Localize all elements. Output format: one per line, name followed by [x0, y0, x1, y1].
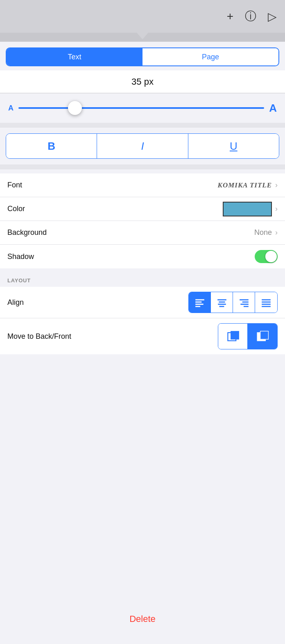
move-front-icon	[255, 329, 270, 344]
move-buttons	[218, 323, 278, 349]
panel-indicator	[0, 33, 285, 42]
info-icon[interactable]: ⓘ	[245, 9, 256, 24]
svg-rect-13	[262, 302, 271, 303]
bold-button[interactable]: B	[6, 134, 97, 158]
main-panel: Text Page 35 px A A B I U F	[0, 42, 285, 644]
svg-rect-15	[262, 306, 271, 307]
segment-control: Text Page	[6, 47, 279, 66]
svg-rect-5	[219, 302, 225, 303]
font-chevron-icon: ›	[275, 181, 278, 189]
svg-rect-0	[195, 299, 204, 300]
shadow-row: Shadow	[0, 245, 285, 268]
divider-2	[0, 164, 285, 169]
format-buttons-row: B I U	[0, 128, 285, 164]
underline-button[interactable]: U	[188, 134, 279, 158]
align-buttons	[188, 292, 278, 313]
svg-rect-1	[195, 302, 201, 303]
font-value: KOMIKA TITLE ›	[218, 181, 278, 189]
add-icon[interactable]: +	[227, 10, 233, 23]
color-value: ›	[223, 202, 278, 216]
align-left-icon	[195, 297, 205, 308]
color-row[interactable]: Color ›	[0, 197, 285, 221]
bottom-section: Delete	[0, 354, 285, 644]
align-center-button[interactable]	[211, 292, 233, 313]
toggle-knob	[265, 251, 277, 262]
svg-rect-17	[231, 331, 239, 339]
align-justify-icon	[261, 297, 271, 308]
color-chevron-icon: ›	[275, 205, 278, 213]
align-center-icon	[217, 297, 227, 308]
font-size-slider[interactable]	[18, 107, 264, 109]
font-row[interactable]: Font KOMIKA TITLE ›	[0, 173, 285, 197]
svg-rect-7	[219, 306, 224, 307]
background-label: Background	[7, 228, 47, 237]
top-toolbar: + ⓘ ▷	[0, 0, 285, 33]
color-label: Color	[7, 205, 25, 213]
font-size-display: 35 px	[0, 70, 285, 93]
move-back-icon	[226, 329, 240, 344]
layout-header: LAYOUT	[0, 273, 285, 287]
svg-rect-19	[260, 331, 269, 339]
font-size-slider-row: A A	[0, 93, 285, 123]
layout-section: LAYOUT Align	[0, 273, 285, 354]
slider-a-small: A	[8, 104, 14, 113]
play-icon[interactable]: ▷	[268, 10, 277, 23]
background-row[interactable]: Background None ›	[0, 221, 285, 245]
font-label: Font	[7, 181, 22, 189]
align-right-button[interactable]	[233, 292, 255, 313]
shadow-label: Shadow	[7, 252, 34, 261]
settings-section: Font KOMIKA TITLE › Color › Background N…	[0, 173, 285, 268]
align-left-button[interactable]	[189, 292, 211, 313]
background-value: None ›	[254, 228, 278, 237]
italic-button[interactable]: I	[97, 134, 188, 158]
panel-triangle	[137, 33, 148, 39]
align-label: Align	[7, 298, 81, 307]
svg-rect-6	[218, 304, 226, 305]
move-label: Move to Back/Front	[7, 332, 81, 341]
background-chevron-icon: ›	[275, 228, 278, 237]
svg-rect-3	[195, 306, 200, 307]
move-row: Move to Back/Front	[0, 318, 285, 354]
svg-rect-2	[195, 304, 204, 305]
svg-rect-4	[217, 299, 226, 300]
slider-a-large: A	[269, 102, 277, 115]
delete-button[interactable]: Delete	[0, 606, 285, 632]
slider-thumb[interactable]	[68, 101, 82, 115]
background-text: None	[254, 228, 272, 237]
move-back-button[interactable]	[218, 324, 248, 349]
svg-rect-8	[240, 299, 249, 300]
svg-rect-9	[242, 302, 248, 303]
svg-rect-14	[262, 304, 271, 305]
move-front-button[interactable]	[248, 324, 277, 349]
align-justify-button[interactable]	[255, 292, 277, 313]
color-swatch[interactable]	[223, 202, 272, 216]
svg-rect-10	[240, 304, 249, 305]
divider-1	[0, 123, 285, 128]
svg-rect-12	[262, 299, 271, 300]
tab-text[interactable]: Text	[7, 48, 142, 65]
shadow-toggle[interactable]	[255, 250, 278, 263]
align-right-icon	[239, 297, 249, 308]
layout-content: Align	[0, 287, 285, 354]
tab-page[interactable]: Page	[142, 48, 278, 65]
format-buttons: B I U	[6, 133, 279, 159]
font-name: KOMIKA TITLE	[218, 181, 272, 189]
svg-rect-11	[243, 306, 248, 307]
align-row: Align	[0, 287, 285, 318]
